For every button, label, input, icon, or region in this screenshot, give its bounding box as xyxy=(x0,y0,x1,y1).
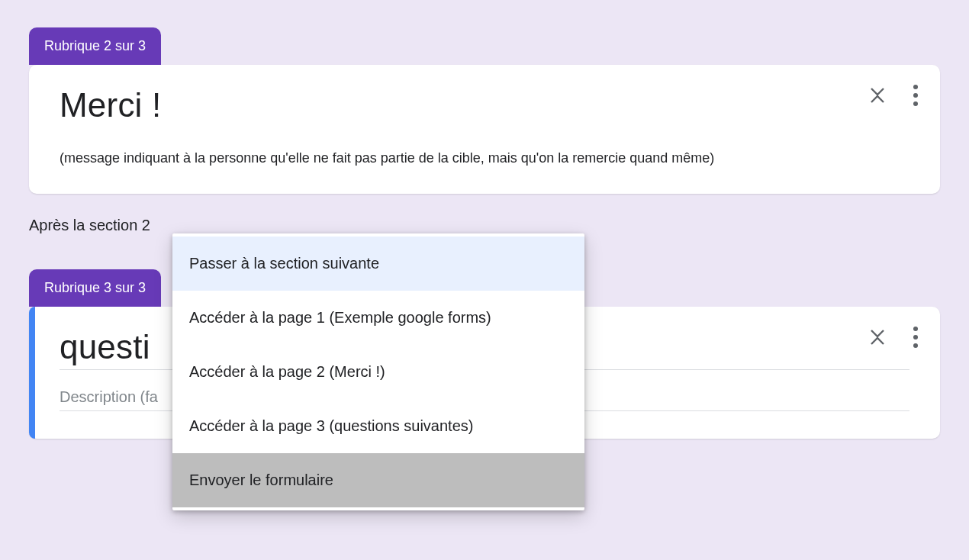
after-section-dropdown: Passer à la section suivante Accéder à l… xyxy=(172,233,584,510)
menu-item-page-2[interactable]: Accéder à la page 2 (Merci !) xyxy=(172,345,584,399)
menu-item-page-3[interactable]: Accéder à la page 3 (questions suivantes… xyxy=(172,399,584,453)
section-title[interactable]: Merci ! xyxy=(60,86,909,124)
section-card-2: Merci ! (message indiquant à la personne… xyxy=(29,65,940,194)
more-vert-icon[interactable] xyxy=(913,327,919,348)
menu-item-submit-form[interactable]: Envoyer le formulaire xyxy=(172,453,584,507)
collapse-icon[interactable] xyxy=(870,327,885,348)
section-description[interactable]: (message indiquant à la personne qu'elle… xyxy=(60,150,909,166)
section-tab-3: Rubrique 3 sur 3 xyxy=(29,269,161,307)
menu-item-next-section[interactable]: Passer à la section suivante xyxy=(172,237,584,291)
more-vert-icon[interactable] xyxy=(913,85,919,106)
after-section-label: Après la section 2 xyxy=(29,217,969,234)
menu-item-page-1[interactable]: Accéder à la page 1 (Exemple google form… xyxy=(172,291,584,345)
collapse-icon[interactable] xyxy=(870,85,885,106)
section-tab-2: Rubrique 2 sur 3 xyxy=(29,27,161,65)
